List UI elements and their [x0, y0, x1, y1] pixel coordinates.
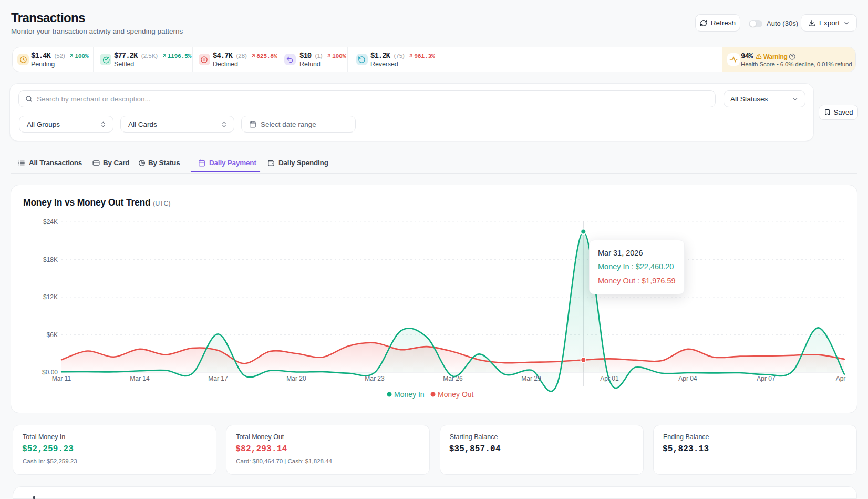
svg-text:$6K: $6K [47, 331, 58, 339]
svg-text:Mar 23: Mar 23 [365, 375, 385, 382]
svg-text:Apr 01: Apr 01 [600, 375, 619, 382]
svg-text:$24K: $24K [43, 218, 58, 226]
svg-text:$12K: $12K [43, 293, 58, 301]
svg-text:Apr: Apr [836, 375, 846, 382]
svg-text:Mar 29: Mar 29 [521, 375, 541, 382]
svg-text:Money In: Money In [394, 390, 425, 399]
svg-text:Mar 17: Mar 17 [208, 375, 228, 382]
svg-text:Mar 14: Mar 14 [130, 375, 150, 382]
svg-text:Mar 26: Mar 26 [443, 375, 463, 382]
svg-text:$18K: $18K [43, 256, 58, 263]
svg-text:Mar 20: Mar 20 [286, 375, 306, 382]
svg-text:Money Out: Money Out [438, 390, 474, 399]
svg-text:Apr 07: Apr 07 [757, 375, 776, 382]
svg-text:Mar 11: Mar 11 [52, 375, 71, 382]
svg-text:Apr 04: Apr 04 [678, 375, 697, 382]
